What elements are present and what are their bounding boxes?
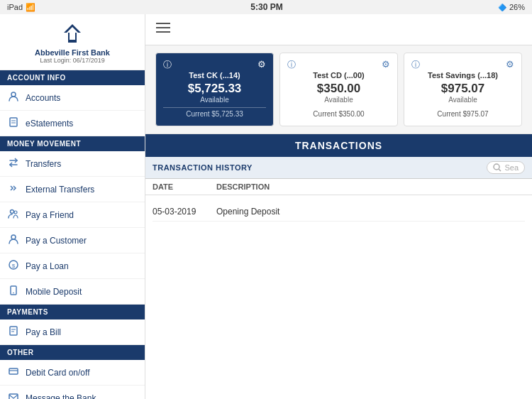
external-transfers-label: External Transfers [26, 185, 94, 195]
transfers-label: Transfers [26, 159, 61, 169]
sidebar-item-pay-friend[interactable]: Pay a Friend [0, 202, 145, 228]
section-header-payments: PAYMENTS [0, 305, 145, 319]
sidebar-item-message-bank[interactable]: Message the Bank [0, 386, 145, 399]
svg-point-6 [11, 210, 14, 214]
sidebar-item-pay-loan[interactable]: $ Pay a Loan [0, 253, 145, 279]
accounts-icon [7, 91, 20, 104]
transaction-history-bar: TRANSACTION HISTORY Sea [145, 157, 532, 179]
pay-friend-icon [7, 208, 20, 222]
section-header-account-info: ACCOUNT INFO [0, 70, 145, 85]
account-balance-2: $975.07 [411, 82, 514, 96]
estatements-label: eStatements [26, 119, 73, 129]
account-avail-1: Available [287, 96, 390, 104]
account-name-1: Test CD (...00) [287, 71, 390, 80]
svg-point-8 [11, 235, 16, 239]
mobile-deposit-icon [7, 285, 20, 298]
transaction-list: 05-03-2019 Opening Deposit [145, 195, 532, 399]
svg-rect-13 [10, 327, 17, 335]
section-header-other: OTHER [0, 345, 145, 360]
pay-loan-label: Pay a Loan [26, 261, 69, 271]
account-balance-1: $350.00 [287, 82, 390, 96]
debit-card-icon [7, 366, 20, 379]
mobile-deposit-label: Mobile Deposit [26, 287, 82, 297]
sidebar-item-transfers[interactable]: Transfers [0, 151, 145, 177]
account-current-0: Current $5,725.33 [163, 107, 266, 120]
bluetooth-icon: 🔷 [498, 4, 506, 11]
top-bar [145, 14, 532, 45]
search-icon [493, 163, 501, 172]
account-gear-icon-1[interactable]: ⚙ [382, 59, 390, 70]
battery-level: 26% [509, 3, 525, 11]
pay-bill-label: Pay a Bill [26, 327, 61, 337]
account-info-icon-0[interactable]: ⓘ [163, 59, 172, 71]
account-name-0: Test CK (...14) [163, 71, 266, 80]
estatements-icon [7, 116, 20, 130]
col-desc-header: DESCRIPTION [216, 182, 525, 191]
transactions-area: TRANSACTIONS TRANSACTION HISTORY Sea DAT… [145, 134, 532, 399]
account-card-0[interactable]: ⓘ ⚙ Test CK (...14) $5,725.33 Available … [155, 53, 274, 126]
sidebar-item-mobile-deposit[interactable]: Mobile Deposit [0, 279, 145, 305]
sidebar-header: Abbeville First Bank Last Login: 06/17/2… [0, 14, 145, 70]
last-login: Last Login: 06/17/2019 [9, 57, 136, 64]
account-info-icon-1[interactable]: ⓘ [287, 59, 296, 71]
pay-customer-icon [7, 234, 20, 247]
svg-rect-16 [9, 368, 18, 374]
status-bar-left: iPad 📶 [7, 3, 35, 12]
transaction-date-0: 05-03-2019 [153, 207, 216, 217]
account-card-2[interactable]: ⓘ ⚙ Test Savings (...18) $975.07 Availab… [404, 53, 522, 126]
sidebar-item-debit-card[interactable]: Debit Card on/off [0, 360, 145, 386]
account-gear-icon-2[interactable]: ⚙ [506, 59, 514, 70]
message-bank-label: Message the Bank [26, 393, 96, 400]
account-avail-2: Available [411, 96, 514, 104]
svg-point-2 [11, 92, 16, 97]
account-name-2: Test Savings (...18) [411, 71, 514, 80]
bank-logo [60, 21, 85, 47]
transaction-columns: DATE DESCRIPTION [145, 179, 532, 195]
status-bar: iPad 📶 5:30 PM 🔷 26% [0, 0, 532, 14]
transactions-title: TRANSACTIONS [145, 134, 532, 157]
pay-customer-label: Pay a Customer [26, 236, 87, 246]
transaction-desc-0: Opening Deposit [216, 207, 525, 217]
status-bar-right: 🔷 26% [498, 3, 525, 11]
message-bank-icon [7, 391, 20, 399]
svg-line-25 [499, 169, 501, 171]
sidebar-item-external-transfers[interactable]: External Transfers [0, 177, 145, 202]
sidebar-item-pay-bill[interactable]: Pay a Bill [0, 319, 145, 345]
sidebar-item-estatements[interactable]: eStatements [0, 111, 145, 136]
transfers-icon [7, 157, 20, 170]
hamburger-menu-icon[interactable] [156, 22, 170, 37]
accounts-label: Accounts [26, 93, 60, 103]
account-cards: ⓘ ⚙ Test CK (...14) $5,725.33 Available … [145, 45, 532, 134]
transaction-history-label: TRANSACTION HISTORY [153, 163, 253, 172]
account-current-1: Current $350.00 [287, 107, 390, 120]
search-placeholder: Sea [504, 163, 519, 172]
sidebar: Abbeville First Bank Last Login: 06/17/2… [0, 14, 145, 399]
ipad-label: iPad [7, 3, 23, 11]
pay-loan-icon: $ [7, 259, 20, 273]
main-content: ⓘ ⚙ Test CK (...14) $5,725.33 Available … [145, 14, 532, 399]
col-date-header: DATE [153, 182, 216, 191]
bank-name: Abbeville First Bank [9, 48, 136, 57]
svg-point-7 [14, 211, 17, 214]
account-balance-0: $5,725.33 [163, 82, 266, 96]
section-header-money-movement: MONEY MOVEMENT [0, 136, 145, 151]
debit-card-label: Debit Card on/off [26, 368, 90, 378]
svg-text:$: $ [12, 263, 16, 269]
account-card-1[interactable]: ⓘ ⚙ Test CD (...00) $350.00 Available Cu… [279, 53, 398, 126]
app-container: Abbeville First Bank Last Login: 06/17/2… [0, 14, 532, 399]
svg-rect-3 [10, 118, 17, 126]
account-info-icon-2[interactable]: ⓘ [411, 59, 420, 71]
account-avail-0: Available [163, 96, 266, 104]
sidebar-item-accounts[interactable]: Accounts [0, 85, 145, 111]
pay-friend-label: Pay a Friend [26, 210, 74, 220]
sidebar-item-pay-customer[interactable]: Pay a Customer [0, 228, 145, 253]
account-gear-icon-0[interactable]: ⚙ [257, 59, 266, 70]
external-transfers-icon [7, 182, 20, 196]
svg-point-12 [13, 293, 14, 294]
status-bar-time: 5:30 PM [250, 2, 282, 12]
pay-bill-icon [7, 325, 20, 339]
wifi-icon: 📶 [26, 3, 35, 12]
search-box[interactable]: Sea [487, 161, 525, 174]
svg-point-24 [494, 164, 499, 170]
account-current-2: Current $975.07 [411, 107, 514, 120]
